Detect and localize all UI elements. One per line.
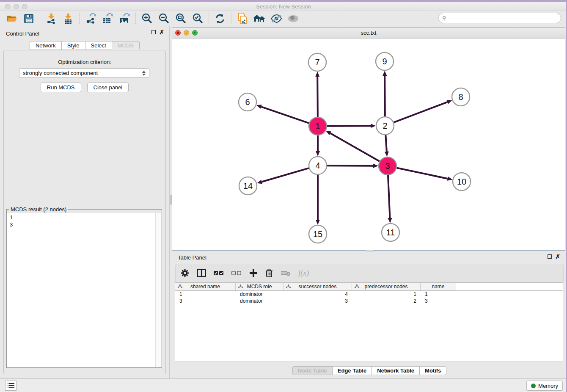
graph-edge-2-8[interactable] (394, 102, 448, 122)
network-window-title: scc.txt (172, 30, 565, 36)
zoom-in-icon[interactable] (140, 12, 154, 25)
graph-edge-4-14[interactable] (262, 168, 309, 182)
hide-details-icon[interactable] (269, 12, 284, 25)
add-row-icon[interactable] (249, 269, 258, 277)
open-folder-icon[interactable] (5, 12, 19, 25)
graph-node-label-8: 8 (458, 92, 463, 102)
mcds-result-text[interactable]: 1 3 (7, 213, 155, 367)
close-panel-icon[interactable]: ✗ (159, 30, 164, 34)
control-panel-tabs: NetworkStyleSelectMCDS (0, 41, 169, 50)
graph-node-label-6: 6 (245, 97, 250, 107)
graph-node-label-2: 2 (383, 121, 387, 130)
close-panel-button[interactable]: Close panel (87, 83, 129, 92)
splitter-handle-vertical[interactable] (170, 195, 172, 204)
column-header-name[interactable]: name (421, 283, 456, 290)
control-panel-title: Control Panel (6, 30, 39, 37)
cell-predecessor-nodes[interactable]: 1 (352, 291, 421, 298)
cell-name[interactable]: 1 (421, 291, 456, 298)
show-details-icon[interactable] (286, 12, 300, 25)
tab-network[interactable]: Network (30, 41, 62, 50)
cell-predecessor-nodes[interactable]: 2 (352, 298, 421, 304)
table-header-row: shared nameMCDS rolesuccessor nodesprede… (175, 283, 563, 291)
network-window-titlebar: ✕ − + scc.txt (172, 28, 565, 39)
graph-edge-2-3[interactable] (385, 135, 386, 152)
close-table-panel-icon[interactable]: ✗ (555, 254, 560, 259)
graph-edge-1-2[interactable] (327, 126, 371, 126)
float-panel-icon[interactable] (151, 30, 156, 34)
graph-node-label-4: 4 (315, 161, 320, 170)
cell-shared-name[interactable]: 3 (175, 298, 236, 304)
table-row[interactable]: 1dominator411 (175, 291, 563, 298)
import-table-icon[interactable] (61, 12, 75, 25)
graph-edge-1-7[interactable] (317, 77, 318, 117)
table-toolbar: f(x) (175, 264, 564, 282)
column-header-predecessor-nodes[interactable]: predecessor nodes (352, 283, 421, 290)
refresh-icon[interactable] (213, 12, 227, 25)
export-network-icon[interactable] (83, 12, 98, 25)
cell-successor-nodes[interactable]: 3 (284, 298, 352, 304)
splitter-handle-horizontal[interactable] (366, 250, 374, 251)
graph-edge-3-11[interactable] (388, 175, 390, 218)
main-toolbar: ⚲ (0, 11, 567, 26)
tab-mcds[interactable]: MCDS (112, 41, 140, 50)
graph-edge-2-9[interactable] (385, 76, 385, 116)
memory-label: Memory (538, 383, 558, 389)
memory-status-icon (531, 384, 536, 388)
memory-button[interactable]: Memory (526, 381, 563, 391)
tab-network-table[interactable]: Network Table (372, 366, 420, 375)
optimization-criterion-select[interactable]: strongly connected component (19, 68, 149, 78)
function-builder-icon[interactable]: f(x) (298, 269, 309, 278)
tab-motifs[interactable]: Motifs (419, 366, 446, 375)
column-header-successor-nodes[interactable]: successor nodes (284, 283, 352, 290)
cell-shared-name[interactable]: 1 (175, 291, 236, 298)
delete-row-icon[interactable] (265, 269, 273, 277)
tab-select[interactable]: Select (85, 41, 112, 50)
status-bar: Memory (0, 378, 567, 392)
home-icon[interactable] (252, 12, 267, 25)
graph-edge-3-1[interactable] (330, 133, 380, 161)
import-network-icon[interactable] (44, 12, 58, 25)
zoom-fit-icon[interactable] (173, 12, 188, 25)
export-table-icon[interactable] (100, 12, 115, 25)
graph-edge-3-10[interactable] (397, 168, 448, 179)
table-row[interactable]: 3dominator323 (175, 298, 563, 304)
graph-node-label-1: 1 (315, 121, 320, 131)
delete-table-icon[interactable] (281, 270, 291, 276)
tab-style[interactable]: Style (61, 41, 85, 50)
search-box: ⚲ (438, 13, 561, 23)
toolbar-separator (231, 13, 231, 24)
tab-edge-table[interactable]: Edge Table (332, 366, 372, 375)
search-input[interactable] (448, 14, 561, 22)
select-arrows-icon (142, 71, 146, 76)
run-mcds-button[interactable]: Run MCDS (41, 83, 81, 92)
save-icon[interactable] (22, 12, 36, 25)
gear-icon[interactable] (181, 269, 189, 277)
column-header-MCDS-role[interactable]: MCDS role (236, 283, 284, 290)
graph-edge-4-3[interactable] (327, 166, 373, 166)
zoom-selected-icon[interactable] (190, 12, 205, 25)
network-view-window: ✕ − + scc.txt 7968124314101511 (172, 27, 565, 251)
copy-network-icon[interactable] (235, 12, 250, 25)
network-canvas[interactable]: 7968124314101511 (172, 39, 565, 250)
tab-node-table[interactable]: Node Table (292, 366, 333, 375)
zoom-out-icon[interactable] (157, 12, 171, 25)
task-history-button[interactable] (5, 381, 17, 391)
float-table-panel-icon[interactable] (548, 254, 552, 259)
export-image-icon[interactable] (117, 12, 132, 25)
table-tabs: Node TableEdge TableNetwork TableMotifs (172, 366, 567, 375)
cell-MCDS-role[interactable]: dominator (236, 291, 284, 298)
graph-node-label-3: 3 (385, 161, 390, 171)
cell-successor-nodes[interactable]: 4 (284, 291, 352, 298)
cell-name[interactable]: 3 (421, 298, 456, 304)
toolbar-separator (209, 13, 209, 24)
graph-node-label-10: 10 (457, 177, 466, 186)
graph-edge-1-6[interactable] (261, 107, 309, 123)
cell-MCDS-role[interactable]: dominator (236, 298, 284, 304)
deselect-all-columns-icon[interactable] (231, 271, 242, 276)
column-header-shared-name[interactable]: shared name (175, 283, 236, 290)
titlebar: Session: New Session (0, 2, 567, 11)
split-columns-icon[interactable] (197, 269, 206, 277)
result-scrollbar[interactable] (155, 213, 161, 367)
toolbar-separator (79, 13, 80, 24)
select-all-columns-icon[interactable] (214, 271, 224, 276)
